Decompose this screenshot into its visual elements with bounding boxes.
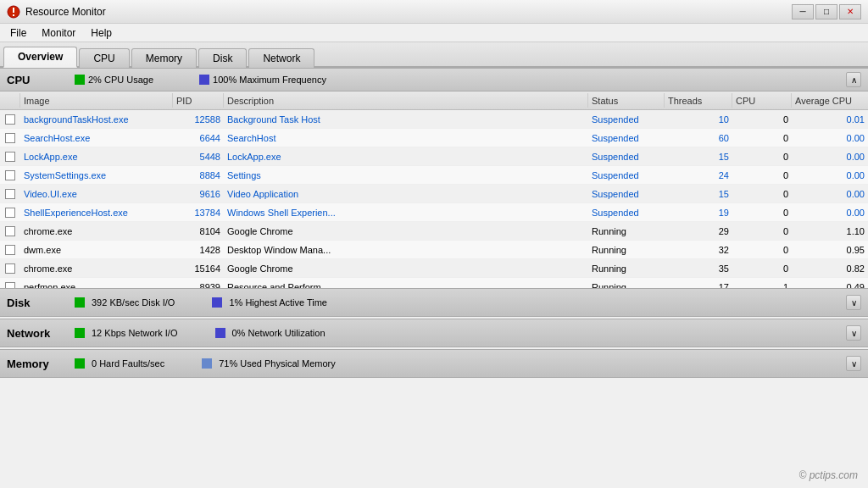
svg-rect-2 — [13, 14, 14, 16]
col-desc[interactable]: Description — [224, 93, 588, 108]
cpu-collapse-button[interactable]: ∧ — [846, 72, 861, 87]
network-util-indicator — [215, 328, 225, 338]
cell-avg-cpu: 0.95 — [792, 245, 868, 255]
col-image[interactable]: Image — [20, 93, 173, 108]
cell-avg-cpu: 0.01 — [792, 114, 868, 125]
disk-section-title: Disk — [7, 297, 75, 309]
cell-image: ShellExperienceHost.exe — [20, 208, 173, 218]
network-io-text: 12 Kbps Network I/O — [92, 328, 178, 338]
cell-pid: 8104 — [173, 226, 224, 236]
collapsed-sections: Disk 392 KB/sec Disk I/O 1% Highest Acti… — [0, 288, 868, 378]
memory-section-title: Memory — [7, 358, 75, 370]
network-metrics: 12 Kbps Network I/O 0% Network Utilizati… — [75, 328, 846, 338]
col-cpu[interactable]: CPU — [732, 93, 792, 108]
table-row[interactable]: chrome.exe 8104 Google Chrome Running 29… — [0, 222, 868, 241]
menu-monitor[interactable]: Monitor — [35, 25, 82, 41]
cpu-section-header[interactable]: CPU 2% CPU Usage 100% Maximum Frequency … — [0, 68, 868, 92]
cell-avg-cpu: 0.82 — [792, 263, 868, 274]
window-title: Resource Monitor — [25, 6, 106, 18]
cell-image: chrome.exe — [20, 226, 173, 236]
minimize-button[interactable]: ─ — [792, 4, 814, 19]
cell-avg-cpu: 0.49 — [792, 282, 868, 289]
col-pid[interactable]: PID — [173, 93, 224, 108]
tab-disk[interactable]: Disk — [198, 48, 247, 68]
tab-memory[interactable]: Memory — [131, 48, 197, 68]
table-row[interactable]: dwm.exe 1428 Desktop Window Mana... Runn… — [0, 241, 868, 259]
cell-pid: 9616 — [173, 189, 224, 199]
close-button[interactable]: ✕ — [839, 4, 861, 19]
table-row[interactable]: SystemSettings.exe 8884 Settings Suspend… — [0, 166, 868, 185]
disk-section-header[interactable]: Disk 392 KB/sec Disk I/O 1% Highest Acti… — [0, 288, 868, 317]
memory-used-text: 71% Used Physical Memory — [219, 358, 336, 369]
cell-image: LockApp.exe — [20, 152, 173, 162]
row-checkbox[interactable] — [0, 189, 20, 199]
memory-expand-button[interactable]: ∨ — [846, 356, 861, 371]
cell-cpu: 0 — [732, 189, 792, 199]
disk-metrics: 392 KB/sec Disk I/O 1% Highest Active Ti… — [75, 297, 846, 308]
row-checkbox[interactable] — [0, 226, 20, 236]
cell-image: dwm.exe — [20, 245, 173, 255]
cell-threads: 24 — [665, 170, 732, 180]
app-icon — [7, 5, 20, 19]
col-checkbox — [0, 93, 20, 108]
network-section-title: Network — [7, 327, 75, 340]
network-section-header[interactable]: Network 12 Kbps Network I/O 0% Network U… — [0, 319, 868, 347]
col-status[interactable]: Status — [588, 93, 665, 108]
row-checkbox[interactable] — [0, 245, 20, 255]
cell-status: Suspended — [588, 189, 665, 199]
network-util-text: 0% Network Utilization — [232, 328, 326, 338]
main-content: CPU 2% CPU Usage 100% Maximum Frequency … — [0, 68, 868, 488]
table-row[interactable]: perfmon.exe 8939 Resource and Perform...… — [0, 278, 868, 288]
row-checkbox[interactable] — [0, 133, 20, 143]
cpu-freq-indicator — [199, 75, 209, 85]
tab-overview[interactable]: Overview — [3, 47, 77, 68]
network-expand-button[interactable]: ∨ — [846, 325, 861, 341]
row-checkbox[interactable] — [0, 263, 20, 274]
cell-status: Suspended — [588, 208, 665, 218]
menu-file[interactable]: File — [3, 25, 33, 41]
col-threads[interactable]: Threads — [665, 93, 732, 108]
col-avg-cpu[interactable]: Average CPU — [792, 93, 868, 108]
tab-cpu[interactable]: CPU — [79, 48, 129, 68]
maximize-button[interactable]: □ — [815, 4, 837, 19]
cell-threads: 17 — [665, 282, 732, 289]
memory-metrics: 0 Hard Faults/sec 71% Used Physical Memo… — [75, 358, 846, 369]
row-checkbox[interactable] — [0, 170, 20, 180]
table-row[interactable]: Video.UI.exe 9616 Video Application Susp… — [0, 185, 868, 203]
table-row[interactable]: chrome.exe 15164 Google Chrome Running 3… — [0, 259, 868, 278]
network-io-indicator — [75, 328, 85, 338]
cpu-table-area: Image PID Description Status Threads CPU… — [0, 92, 868, 288]
cell-desc: Desktop Window Mana... — [224, 245, 588, 255]
cell-image: Video.UI.exe — [20, 189, 173, 199]
cell-pid: 6644 — [173, 133, 224, 143]
cell-pid: 5448 — [173, 152, 224, 162]
cell-desc: Settings — [224, 170, 588, 180]
row-checkbox[interactable] — [0, 152, 20, 162]
row-checkbox[interactable] — [0, 208, 20, 218]
row-checkbox[interactable] — [0, 114, 20, 125]
cell-pid: 13784 — [173, 208, 224, 218]
cell-threads: 10 — [665, 114, 732, 125]
cell-desc: SearchHost — [224, 133, 588, 143]
cell-image: chrome.exe — [20, 263, 173, 274]
disk-expand-button[interactable]: ∨ — [846, 295, 861, 310]
menu-help[interactable]: Help — [84, 25, 119, 41]
cell-avg-cpu: 0.00 — [792, 133, 868, 143]
cell-cpu: 0 — [732, 245, 792, 255]
table-row[interactable]: ShellExperienceHost.exe 13784 Windows Sh… — [0, 203, 868, 222]
cell-threads: 15 — [665, 189, 732, 199]
memory-section-header[interactable]: Memory 0 Hard Faults/sec 71% Used Physic… — [0, 349, 868, 378]
tab-network[interactable]: Network — [248, 48, 314, 68]
cpu-freq-text: 100% Maximum Frequency — [213, 75, 326, 85]
title-bar: Resource Monitor ─ □ ✕ — [0, 0, 868, 24]
cell-status: Running — [588, 245, 665, 255]
disk-io-indicator — [75, 297, 85, 308]
table-row[interactable]: backgroundTaskHost.exe 12588 Background … — [0, 110, 868, 129]
cell-cpu: 0 — [732, 170, 792, 180]
cell-status: Suspended — [588, 152, 665, 162]
memory-faults-indicator — [75, 358, 85, 369]
cell-cpu: 0 — [732, 114, 792, 125]
row-checkbox[interactable] — [0, 282, 20, 289]
table-row[interactable]: LockApp.exe 5448 LockApp.exe Suspended 1… — [0, 147, 868, 166]
table-row[interactable]: SearchHost.exe 6644 SearchHost Suspended… — [0, 129, 868, 147]
